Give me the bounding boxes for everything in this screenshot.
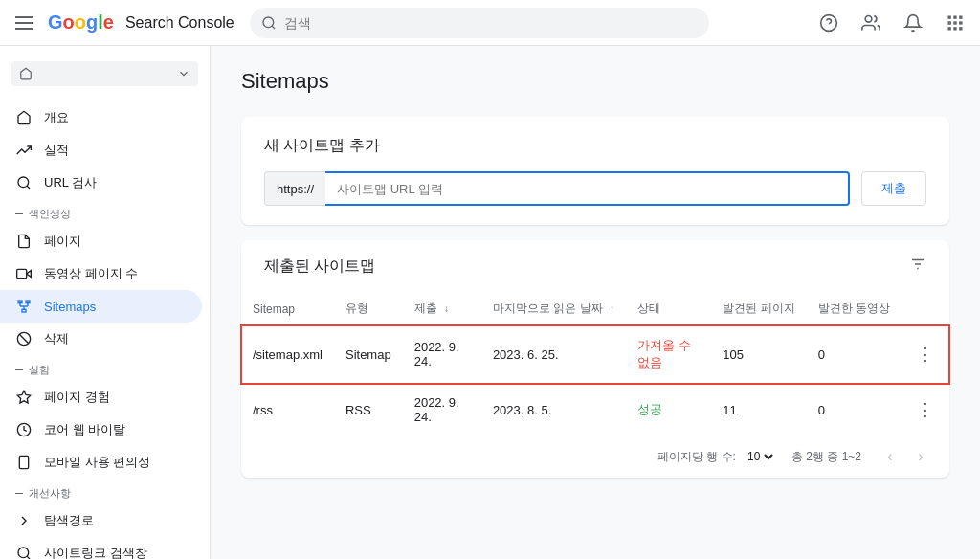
sidebar-item-pages[interactable]: 페이지: [0, 225, 202, 257]
sidebar-item-pages-label: 페이지: [44, 233, 81, 250]
cell-more-2[interactable]: ⋮: [902, 384, 949, 436]
sidebar-item-core-web-vitals[interactable]: 코어 웹 바이탈: [0, 414, 202, 446]
pagination: ‹ ›: [877, 443, 934, 470]
sidebar-item-mobile[interactable]: 모바일 사용 편의성: [0, 446, 202, 479]
add-sitemap-section: 새 사이트맵 추가 https:// 제출: [241, 117, 949, 225]
table-header: 제출된 사이트맵: [241, 240, 949, 293]
sidebar-item-overview-label: 개요: [44, 109, 69, 126]
cell-lastread-1: 2023. 6. 25.: [481, 325, 626, 384]
col-videos: 발견한 동영상: [807, 293, 902, 325]
prev-page-button[interactable]: ‹: [877, 443, 903, 470]
topbar-icons: [812, 6, 972, 40]
col-actions: [902, 293, 949, 325]
sidebar-item-performance[interactable]: 실적: [0, 134, 202, 167]
svg-rect-5: [948, 15, 951, 18]
cell-sitemap-2: /rss: [241, 384, 334, 436]
apps-button[interactable]: [938, 6, 972, 40]
svg-point-4: [865, 15, 872, 22]
svg-rect-11: [948, 27, 951, 30]
page-title: Sitemaps: [241, 69, 949, 94]
home-icon: [15, 109, 33, 126]
cell-sitemap-1: /sitemap.xml: [241, 325, 334, 384]
nav-group-indexing: 페이지 동영상 페이지 수 Sitemaps 삭제: [0, 225, 210, 355]
google-wordmark: Google: [48, 11, 114, 34]
col-last-read[interactable]: 마지막으로 읽은 날짜 ↑: [481, 293, 626, 325]
svg-rect-6: [953, 15, 956, 18]
cell-videos-2: 0: [807, 384, 902, 436]
table-row[interactable]: /sitemap.xml Sitemap 2022. 9. 24. 2023. …: [241, 325, 949, 384]
chevron-down-icon: [177, 67, 190, 80]
video-icon: [15, 265, 33, 282]
svg-marker-16: [27, 271, 32, 278]
cell-more-1[interactable]: ⋮: [902, 325, 949, 384]
svg-rect-8: [948, 21, 951, 24]
col-submitted[interactable]: 제출 ↓: [403, 293, 481, 325]
rows-per-page-label: 페이지당 행 수:: [657, 449, 736, 465]
nav-section-experiment: 실험: [0, 355, 210, 381]
star-icon: [15, 389, 33, 406]
sitemap-url-input[interactable]: [325, 171, 850, 206]
svg-rect-9: [953, 21, 956, 24]
row-more-button-2[interactable]: ⋮: [913, 395, 938, 424]
notifications-button[interactable]: [896, 6, 930, 40]
main-layout: 개요 실적 URL 검사 색인생성: [0, 46, 980, 559]
sitemap-icon: [15, 298, 33, 315]
menu-button[interactable]: [8, 9, 40, 37]
svg-rect-18: [18, 301, 22, 303]
rows-per-page-select[interactable]: 10 25 50: [744, 449, 776, 464]
add-sitemap-card: 새 사이트맵 추가 https:// 제출: [241, 117, 949, 225]
row-more-button-1[interactable]: ⋮: [913, 340, 938, 369]
trending-up-icon: [15, 142, 33, 159]
col-status: 상태: [626, 293, 711, 325]
sitemaps-table: Sitemap 유형 제출 ↓ 마지막으로 읽은 날짜 ↑ 상태 발견된 페이지…: [241, 293, 949, 436]
sidebar-item-sitemaps[interactable]: Sitemaps: [0, 290, 202, 323]
nav-group-main: 개요 실적 URL 검사: [0, 101, 210, 199]
page-icon: [15, 233, 33, 250]
search-bar[interactable]: [250, 8, 709, 38]
sidebar-item-overview[interactable]: 개요: [0, 101, 202, 134]
add-sitemap-row: https:// 제출: [264, 171, 926, 206]
svg-line-26: [19, 334, 28, 343]
col-sitemap: Sitemap: [241, 293, 334, 325]
filter-icon[interactable]: [909, 256, 926, 278]
url-search-icon: [15, 174, 33, 191]
sidebar-item-breadcrumbs-label: 탐색경로: [44, 512, 94, 529]
svg-line-1: [272, 26, 275, 29]
sidebar-item-removals-label: 삭제: [44, 330, 69, 347]
search-input[interactable]: [284, 15, 698, 31]
cell-type-1: Sitemap: [334, 325, 403, 384]
next-page-button[interactable]: ›: [907, 443, 934, 470]
submit-button[interactable]: 제출: [861, 171, 926, 206]
sidebar-item-breadcrumbs[interactable]: 탐색경로: [0, 504, 202, 537]
app-title: Search Console: [125, 14, 234, 32]
topbar: Google Search Console: [0, 0, 980, 46]
sidebar: 개요 실적 URL 검사 색인생성: [0, 46, 211, 559]
sidebar-item-video-pages[interactable]: 동영상 페이지 수: [0, 257, 202, 290]
cell-videos-1: 0: [807, 325, 902, 384]
page-info: 총 2행 중 1~2: [791, 449, 861, 465]
col-type: 유형: [334, 293, 403, 325]
sidebar-item-page-exp-label: 페이지 경험: [44, 389, 110, 406]
sidebar-item-url-label: URL 검사: [44, 174, 97, 191]
col-pages: 발견된 페이지: [711, 293, 806, 325]
property-selector[interactable]: [11, 61, 198, 86]
account-button[interactable]: [854, 6, 888, 40]
cell-pages-1: 105: [711, 325, 806, 384]
rows-per-page: 페이지당 행 수: 10 25 50: [657, 449, 776, 465]
url-prefix: https://: [264, 171, 325, 206]
help-button[interactable]: [812, 6, 846, 40]
sidebar-item-sitelinks[interactable]: 사이트링크 검색창: [0, 537, 202, 559]
nav-group-experiment: 페이지 경험 코어 웹 바이탈 모바일 사용 편의성: [0, 381, 210, 479]
svg-rect-13: [959, 27, 962, 30]
sidebar-item-url-inspection[interactable]: URL 검사: [0, 167, 202, 199]
svg-rect-10: [959, 21, 962, 24]
table-row[interactable]: /rss RSS 2022. 9. 24. 2023. 8. 5. 성공 11 …: [241, 384, 949, 436]
sitelink-icon: [15, 545, 33, 559]
sidebar-item-page-experience[interactable]: 페이지 경험: [0, 381, 202, 414]
cell-submitted-2: 2022. 9. 24.: [403, 384, 481, 436]
svg-point-14: [18, 177, 29, 188]
breadcrumb-icon: [15, 512, 33, 529]
sidebar-item-removals[interactable]: 삭제: [0, 323, 202, 355]
nav-group-improvements: 탐색경로 사이트링크 검색창: [0, 504, 210, 559]
svg-rect-12: [953, 27, 956, 30]
